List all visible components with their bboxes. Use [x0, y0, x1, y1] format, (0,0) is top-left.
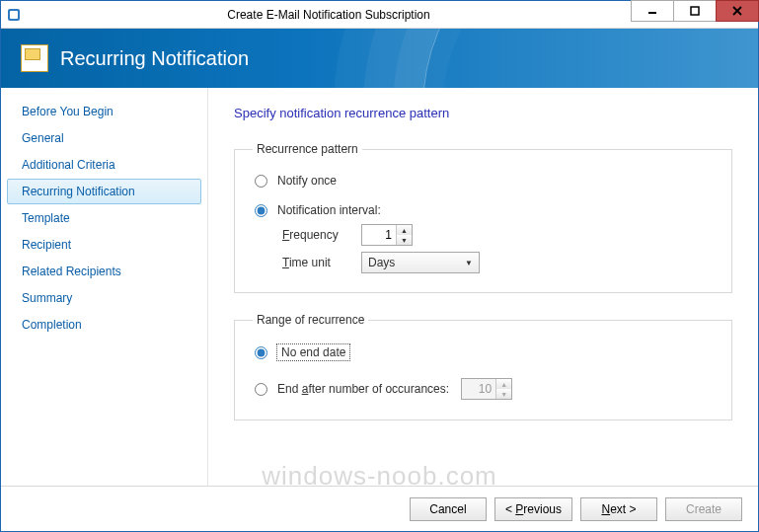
frequency-up[interactable]: ▲ — [397, 225, 412, 235]
time-unit-value: Days — [368, 256, 395, 269]
sidebar-item-template[interactable]: Template — [7, 205, 201, 231]
app-icon — [1, 1, 27, 28]
sidebar-item-summary[interactable]: Summary — [7, 285, 201, 311]
no-end-date-row[interactable]: No end date — [253, 341, 714, 364]
wizard-window: Create E-Mail Notification Subscription … — [0, 0, 759, 532]
notification-interval-radio[interactable] — [255, 204, 267, 217]
frequency-spinner[interactable]: ▲ ▼ — [361, 224, 413, 246]
frequency-input[interactable] — [362, 225, 396, 245]
sidebar-item-completion[interactable]: Completion — [7, 312, 201, 338]
sidebar-item-additional-criteria[interactable]: Additional Criteria — [7, 152, 201, 178]
frequency-row: Frequency ▲ ▼ — [282, 221, 714, 249]
no-end-date-radio[interactable] — [255, 346, 267, 359]
recurrence-pattern-legend: Recurrence pattern — [253, 142, 362, 156]
end-after-spinner[interactable]: ▲ ▼ — [461, 378, 512, 400]
range-legend: Range of recurrence — [253, 313, 368, 327]
frequency-label: Frequency — [282, 228, 351, 242]
notify-once-label: Notify once — [277, 174, 337, 188]
sidebar-item-recurring-notification[interactable]: Recurring Notification — [7, 179, 201, 204]
window-controls — [631, 1, 758, 28]
next-button[interactable]: Next > — [580, 497, 657, 521]
chevron-down-icon: ▼ — [465, 259, 473, 267]
time-unit-row: Time unit Days ▼ — [282, 249, 714, 276]
wizard-body: Before You Begin General Additional Crit… — [1, 88, 758, 486]
frequency-down[interactable]: ▼ — [397, 235, 412, 245]
wizard-banner: Recurring Notification — [1, 29, 758, 88]
previous-button[interactable]: < Previous — [494, 497, 572, 521]
recurrence-pattern-group: Recurrence pattern Notify once Notificat… — [234, 142, 732, 293]
cancel-button[interactable]: Cancel — [410, 497, 487, 521]
banner-title: Recurring Notification — [60, 47, 249, 70]
window-title: Create E-Mail Notification Subscription — [27, 1, 631, 28]
wizard-content: Specify notification recurrence pattern … — [208, 88, 758, 486]
end-after-label: End after number of occurances: — [277, 382, 449, 396]
sidebar-item-related-recipients[interactable]: Related Recipients — [7, 259, 201, 284]
close-button[interactable] — [716, 0, 759, 22]
end-after-input[interactable] — [462, 379, 495, 399]
svg-rect-1 — [10, 11, 18, 19]
notification-interval-row[interactable]: Notification interval: — [253, 199, 714, 221]
sidebar-item-general[interactable]: General — [7, 125, 201, 151]
sidebar-item-recipient[interactable]: Recipient — [7, 232, 201, 258]
mail-icon — [21, 44, 48, 72]
wizard-steps-sidebar: Before You Begin General Additional Crit… — [1, 88, 208, 486]
minimize-button[interactable] — [631, 0, 674, 22]
create-button: Create — [665, 497, 742, 521]
notification-interval-label: Notification interval: — [277, 203, 381, 217]
range-of-recurrence-group: Range of recurrence No end date End afte… — [234, 313, 732, 420]
no-end-date-label: No end date — [277, 344, 349, 360]
end-after-up[interactable]: ▲ — [496, 379, 511, 389]
titlebar: Create E-Mail Notification Subscription — [1, 1, 758, 29]
end-after-down[interactable]: ▼ — [496, 389, 511, 399]
notify-once-radio[interactable] — [255, 175, 267, 188]
svg-rect-3 — [691, 7, 699, 15]
wizard-footer: Cancel < Previous Next > Create — [1, 486, 758, 531]
time-unit-combo[interactable]: Days ▼ — [361, 252, 480, 273]
sidebar-item-before-you-begin[interactable]: Before You Begin — [7, 99, 201, 124]
end-after-row[interactable]: End after number of occurances: ▲ ▼ — [253, 374, 714, 404]
notify-once-row[interactable]: Notify once — [253, 170, 714, 191]
maximize-button[interactable] — [673, 0, 717, 22]
banner-decoration — [422, 29, 758, 88]
end-after-radio[interactable] — [255, 383, 267, 396]
time-unit-label: Time unit — [282, 256, 351, 269]
page-heading: Specify notification recurrence pattern — [234, 106, 732, 120]
